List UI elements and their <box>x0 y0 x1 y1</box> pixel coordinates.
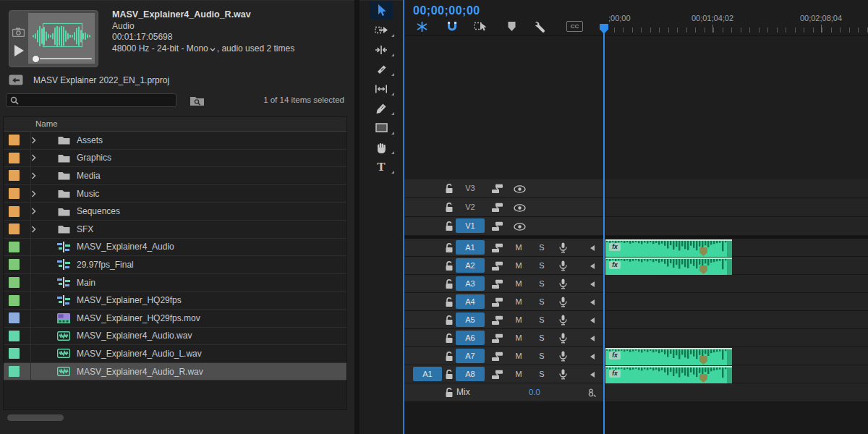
sync-lock-icon[interactable] <box>491 184 503 194</box>
clip-marker-icon[interactable] <box>699 356 707 365</box>
sync-lock-icon[interactable] <box>491 333 503 344</box>
razor-tool[interactable] <box>359 59 403 79</box>
clip-marker-icon[interactable] <box>699 247 707 256</box>
list-item-sequence[interactable]: MASV_Explainer4_Audio <box>4 239 346 257</box>
item-label[interactable]: Sequences <box>75 206 120 216</box>
list-item-folder[interactable]: SFX <box>4 221 346 239</box>
mute-button[interactable]: M <box>513 370 524 378</box>
search-bin-icon[interactable] <box>190 95 205 106</box>
hand-tool[interactable] <box>359 137 403 157</box>
item-label[interactable]: MASV_Explainer4_Audio_L.wav <box>75 349 202 359</box>
voiceover-mic-icon[interactable] <box>559 260 567 271</box>
fx-badge[interactable]: fx <box>609 261 621 269</box>
sync-lock-icon[interactable] <box>491 221 503 231</box>
item-label[interactable]: Music <box>75 189 99 199</box>
track-target-toggle[interactable]: A1 <box>456 240 485 255</box>
mute-button[interactable]: M <box>513 352 524 360</box>
mute-button[interactable]: M <box>513 315 524 324</box>
label-color-chip[interactable] <box>9 366 20 377</box>
track-lane[interactable] <box>605 275 868 292</box>
item-label[interactable]: Graphics <box>75 153 111 163</box>
track-lock-icon[interactable] <box>445 243 454 253</box>
item-label[interactable]: SFX <box>75 224 93 234</box>
rectangle-tool[interactable] <box>359 118 403 137</box>
label-color-chip[interactable] <box>9 331 20 341</box>
playhead-timecode[interactable]: 00;00;00;00 <box>413 4 480 17</box>
list-item-folder[interactable]: Music <box>4 185 346 203</box>
label-color-chip[interactable] <box>9 206 20 217</box>
fx-badge[interactable]: fx <box>609 370 621 378</box>
track-lane[interactable] <box>605 383 868 401</box>
track-lock-icon[interactable] <box>445 203 454 213</box>
sync-lock-icon[interactable] <box>491 370 503 380</box>
item-label[interactable]: 29.97fps_Final <box>75 260 134 270</box>
project-file-name[interactable]: MASV Explainer 2022_EN_1.prproj <box>33 75 169 85</box>
sync-lock-icon[interactable] <box>491 243 503 253</box>
scrub-handle[interactable] <box>32 55 40 63</box>
item-label[interactable]: MASV_Explainer_HQ29fps <box>75 295 182 305</box>
add-marker-icon[interactable] <box>507 21 516 32</box>
item-label[interactable]: Media <box>75 171 101 181</box>
expand-chevron-icon[interactable] <box>31 208 53 215</box>
nest-sequences-icon[interactable] <box>416 21 428 33</box>
horizontal-scrollbar[interactable] <box>7 414 64 421</box>
list-item-folder[interactable]: Graphics <box>4 150 346 168</box>
track-lock-icon[interactable] <box>445 315 454 326</box>
track-lane[interactable] <box>605 293 868 310</box>
track-select-forward-tool[interactable] <box>359 20 403 40</box>
track-lock-icon[interactable] <box>445 221 454 231</box>
expand-chevron-icon[interactable] <box>31 226 53 233</box>
label-color-chip[interactable] <box>9 312 20 323</box>
track-target-toggle[interactable]: A4 <box>456 294 485 309</box>
list-item-audio[interactable]: MASV_Explainer4_Audio.wav <box>4 328 346 346</box>
track-lock-icon[interactable] <box>445 333 454 344</box>
track-target-toggle[interactable]: V2 <box>456 200 485 214</box>
track-target-toggle[interactable]: A8 <box>456 367 485 381</box>
label-color-chip[interactable] <box>9 242 20 252</box>
sync-lock-icon[interactable] <box>491 352 503 362</box>
item-label[interactable]: Main <box>75 278 95 288</box>
track-lock-icon[interactable] <box>445 370 454 380</box>
label-color-chip[interactable] <box>9 259 20 270</box>
timeline-ruler[interactable]: ;00;00 00;01;04;02 00;02;08;04 <box>605 0 868 35</box>
play-preview-icon[interactable] <box>14 45 24 56</box>
track-target-toggle[interactable]: A6 <box>456 331 485 345</box>
slip-tool[interactable] <box>359 79 403 98</box>
solo-button[interactable]: S <box>536 279 548 288</box>
clip-marker-icon[interactable] <box>699 265 707 274</box>
label-color-chip[interactable] <box>9 277 20 288</box>
sync-lock-icon[interactable] <box>491 279 503 289</box>
track-lane[interactable] <box>605 311 868 328</box>
label-color-chip[interactable] <box>9 153 20 163</box>
expand-chevron-icon[interactable] <box>31 190 53 197</box>
list-item-folder[interactable]: Assets <box>4 132 346 150</box>
captions-icon[interactable]: CC <box>566 21 583 32</box>
track-target-toggle[interactable]: V3 <box>456 181 485 195</box>
clip-marker-icon[interactable] <box>699 374 707 383</box>
sync-lock-icon[interactable] <box>491 261 503 271</box>
solo-button[interactable]: S <box>536 370 548 378</box>
audio-clip-a1[interactable]: fx <box>605 239 732 257</box>
label-color-chip[interactable] <box>9 348 20 359</box>
voiceover-mic-icon[interactable] <box>559 333 567 344</box>
list-item-movie[interactable]: MASV_Explainer_HQ29fps.mov <box>4 310 346 328</box>
type-tool[interactable]: T <box>359 157 403 176</box>
timeline-settings-wrench-icon[interactable] <box>535 21 547 33</box>
label-color-chip[interactable] <box>9 135 20 145</box>
solo-button[interactable]: S <box>536 352 548 360</box>
source-patch-toggle[interactable]: A1 <box>413 367 442 381</box>
expand-chevron-icon[interactable] <box>31 172 53 179</box>
voiceover-mic-icon[interactable] <box>559 297 567 307</box>
navigate-up-icon[interactable] <box>9 75 23 85</box>
expand-chevron-icon[interactable] <box>31 154 53 161</box>
list-item-sequence[interactable]: 29.97fps_Final <box>4 256 346 274</box>
voiceover-mic-icon[interactable] <box>559 369 567 380</box>
solo-button[interactable]: S <box>536 261 548 270</box>
voiceover-mic-icon[interactable] <box>559 242 567 253</box>
track-lock-icon[interactable] <box>445 184 454 194</box>
solo-button[interactable]: S <box>536 297 548 306</box>
list-column-header-name[interactable]: Name <box>4 117 346 132</box>
selection-tool[interactable] <box>359 1 403 20</box>
item-label[interactable]: MASV_Explainer4_Audio <box>75 242 174 252</box>
chevron-down-icon[interactable] <box>210 48 216 51</box>
